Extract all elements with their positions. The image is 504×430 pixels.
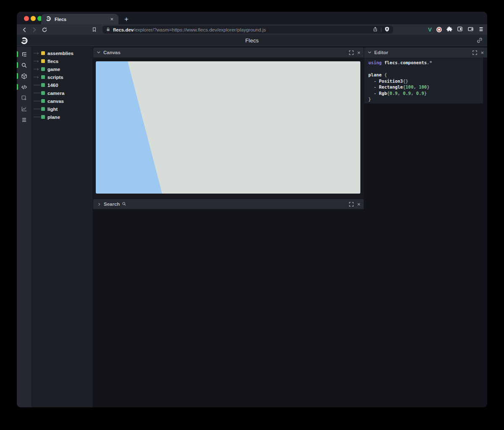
canvas-panel-header: Canvas × [93, 47, 364, 58]
icon-sidebar [17, 47, 31, 407]
tree-twig [34, 109, 41, 109]
tree-item[interactable]: 1460 [31, 81, 93, 89]
canvas-panel-title: Canvas [103, 50, 121, 55]
vue-devtools-icon[interactable]: V [428, 26, 432, 33]
tree-item-label: light [47, 107, 58, 112]
tree-twig [34, 61, 37, 61]
code-line: plane { [368, 72, 483, 78]
chevron-down-icon[interactable] [368, 49, 372, 56]
tree-twig [34, 77, 37, 77]
tree-twig [34, 117, 41, 117]
code-line: - Rectangle{100, 100} [368, 84, 483, 90]
expand-chevron-icon[interactable]: › [37, 51, 41, 55]
tree-item[interactable]: › game [31, 65, 93, 73]
tree-item-label: assemblies [47, 51, 74, 56]
tree-twig [34, 93, 41, 93]
reload-button[interactable] [39, 26, 50, 34]
3d-viewport[interactable] [96, 61, 360, 194]
entity-color-square [41, 99, 45, 103]
entity-color-square [41, 91, 45, 95]
expand-chevron-icon[interactable]: › [37, 75, 41, 79]
editor-panel-header: Editor × [364, 47, 487, 58]
fullscreen-icon[interactable] [472, 50, 477, 55]
fullscreen-icon[interactable] [349, 50, 354, 55]
brave-shield-icon[interactable] [384, 26, 390, 34]
tree-twig [34, 101, 41, 101]
code-line: - Position3{} [368, 78, 483, 84]
tree-item-label: scripts [47, 75, 63, 80]
ground-plane [128, 61, 360, 194]
tree-item[interactable]: › scripts [31, 73, 93, 81]
divider [381, 27, 381, 32]
sidebar-toggle-icon[interactable] [457, 26, 463, 34]
browser-toolbar: flecs.dev /explorer/?wasm=https://www.fl… [17, 24, 487, 35]
tab-close-icon[interactable]: × [109, 16, 114, 22]
tree-item[interactable]: light [31, 105, 93, 113]
close-icon[interactable]: × [480, 50, 484, 55]
sidebar-item-code[interactable] [17, 84, 31, 90]
code-line [368, 66, 483, 72]
page-title: Flecs [17, 35, 487, 46]
sidebar-item-stats[interactable] [17, 105, 31, 112]
bookmark-icon[interactable] [89, 26, 99, 34]
back-button[interactable] [19, 26, 29, 34]
expand-chevron-icon[interactable]: › [37, 59, 41, 63]
traffic-close[interactable] [24, 16, 29, 21]
tree-twig [34, 53, 37, 53]
search-panel-header: Search × [93, 199, 364, 209]
entity-color-square [41, 59, 45, 63]
tree-item[interactable]: camera [31, 89, 93, 97]
tab-title: Flecs [55, 17, 109, 22]
chevron-right-icon[interactable] [97, 200, 101, 208]
tree-item[interactable]: plane [31, 113, 93, 121]
sidebar-item-inspect[interactable] [17, 94, 31, 101]
tree-item[interactable]: canvas [31, 97, 93, 105]
extensions-puzzle-icon[interactable] [446, 26, 452, 34]
sidebar-item-components[interactable] [17, 73, 31, 79]
tree-item[interactable]: › assemblies [31, 49, 93, 57]
sidebar-item-search[interactable] [17, 62, 31, 68]
tree-item-label: game [47, 67, 60, 72]
url-path: /explorer/?wasm=https://www.flecs.dev/ex… [134, 27, 373, 32]
tab-strip: Flecs × + [17, 12, 487, 24]
entity-color-square [41, 67, 45, 71]
url-bar[interactable]: flecs.dev /explorer/?wasm=https://www.fl… [102, 26, 393, 34]
entity-tree: › assemblies › flecs › game › [31, 47, 93, 407]
sidebar-item-queries[interactable] [17, 116, 31, 123]
new-tab-button[interactable]: + [121, 14, 132, 24]
forward-button[interactable] [29, 26, 39, 34]
entity-color-square [41, 51, 45, 55]
share-icon[interactable] [373, 26, 378, 34]
editor-panel-title: Editor [374, 50, 388, 55]
url-host: flecs.dev [113, 27, 134, 32]
fullscreen-icon[interactable] [349, 202, 354, 207]
chevron-down-icon[interactable] [97, 49, 101, 56]
canvas-panel-body [93, 58, 364, 199]
tree-item-label: camera [47, 91, 64, 96]
favicon-flecs-icon [45, 16, 51, 23]
tree-item-label: 1460 [47, 83, 58, 88]
tab-flecs[interactable]: Flecs × [41, 14, 118, 24]
app-header: Flecs [17, 35, 487, 46]
content-area: › assemblies › flecs › game › [17, 47, 487, 407]
tree-item[interactable]: › flecs [31, 57, 93, 65]
expand-chevron-icon[interactable]: › [37, 67, 41, 71]
menu-icon[interactable] [478, 26, 484, 34]
close-icon[interactable]: × [357, 202, 360, 207]
wallet-icon[interactable] [467, 26, 474, 34]
traffic-minimize[interactable] [31, 16, 36, 21]
code-line: } [368, 96, 483, 102]
tree-twig [34, 85, 41, 85]
entity-color-square [41, 75, 45, 79]
close-icon[interactable]: × [357, 50, 360, 55]
lock-icon [106, 26, 110, 34]
editor-code[interactable]: using flecs.components.* plane { - Posit… [364, 58, 483, 103]
entity-color-square [41, 115, 45, 119]
sidebar-item-tree[interactable] [17, 51, 31, 58]
search-icon [122, 200, 126, 208]
search-panel-title: Search [104, 202, 120, 207]
tree-item-label: canvas [47, 99, 64, 104]
permalink-icon[interactable] [476, 37, 483, 45]
extension-target-icon[interactable] [436, 27, 442, 32]
code-line: - Rgb{0.9, 0.9, 0.9} [368, 90, 483, 97]
